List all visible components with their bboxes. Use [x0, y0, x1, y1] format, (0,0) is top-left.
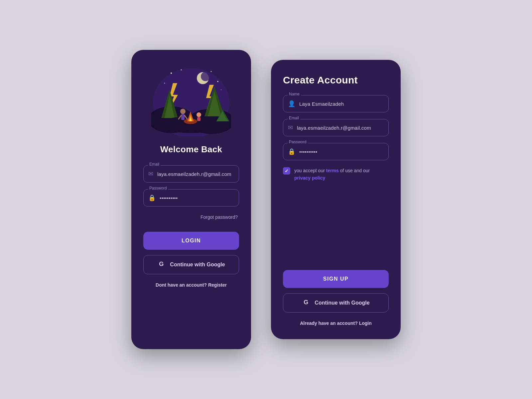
login-card: Welcome Back Email ✉ Password 🔒 Forgot p… — [131, 50, 251, 349]
signup-google-button-label: Continue with Google — [315, 300, 369, 306]
terms-checkbox[interactable] — [283, 167, 290, 175]
email-input-wrapper: ✉ — [143, 165, 239, 183]
password-input[interactable] — [160, 195, 234, 201]
svg-point-26 — [197, 112, 201, 117]
person-icon: 👤 — [288, 100, 295, 107]
svg-point-22 — [180, 109, 186, 114]
signup-google-icon: G — [302, 299, 310, 307]
password-label: Password — [148, 186, 168, 191]
signup-title: Create Account — [283, 74, 358, 86]
login-button[interactable]: LOGIN — [143, 232, 239, 250]
terms-link[interactable]: terms — [326, 168, 339, 173]
svg-rect-27 — [197, 117, 200, 121]
forgot-password-link[interactable]: Forgot password? — [200, 214, 238, 220]
lock-icon: 🔒 — [148, 194, 156, 201]
register-prompt: Dont have an account? Register — [156, 282, 227, 288]
svg-point-4 — [181, 69, 182, 70]
name-input[interactable] — [299, 101, 384, 107]
signup-email-label: Email — [288, 116, 300, 120]
name-group: Name 👤 — [283, 95, 389, 112]
privacy-link[interactable]: privacy policy — [294, 175, 325, 181]
signup-lock-icon: 🔒 — [288, 148, 295, 155]
signup-google-button[interactable]: G Continue with Google — [283, 293, 389, 313]
svg-point-5 — [211, 71, 212, 72]
google-icon: G — [157, 261, 165, 269]
signup-button[interactable]: SIGN UP — [283, 270, 389, 288]
password-input-wrapper: 🔒 — [143, 189, 239, 206]
signup-email-icon: ✉ — [288, 124, 293, 131]
signup-email-input-wrapper: ✉ — [283, 119, 389, 136]
svg-point-8 — [221, 89, 221, 90]
signup-email-group: Email ✉ — [283, 119, 389, 136]
name-label: Name — [288, 92, 301, 96]
email-group: Email ✉ — [143, 165, 239, 183]
svg-rect-23 — [181, 114, 185, 120]
signup-password-input[interactable] — [299, 149, 384, 155]
login-link[interactable]: Login — [359, 321, 372, 326]
illustration — [151, 63, 231, 136]
signup-card: Create Account Name 👤 Email ✉ Password 🔒… — [271, 60, 401, 339]
google-button-label: Continue with Google — [170, 262, 225, 268]
svg-point-6 — [217, 81, 218, 82]
login-title: Welcome Back — [160, 144, 222, 155]
login-prompt: Already have an account? Login — [283, 321, 389, 326]
signup-password-input-wrapper: 🔒 — [283, 143, 389, 160]
svg-point-7 — [164, 83, 165, 84]
svg-point-2 — [201, 72, 210, 81]
password-group: Password 🔒 — [143, 189, 239, 206]
register-link[interactable]: Register — [208, 282, 227, 288]
terms-text: you accept our terms of use and our priv… — [294, 167, 370, 182]
signup-email-input[interactable] — [297, 125, 384, 131]
signup-password-label: Password — [288, 140, 308, 144]
signup-password-group: Password 🔒 — [283, 143, 389, 160]
terms-row: you accept our terms of use and our priv… — [283, 167, 389, 182]
continue-google-button[interactable]: G Continue with Google — [143, 255, 239, 274]
email-icon: ✉ — [148, 170, 153, 178]
email-label: Email — [148, 162, 161, 167]
email-input[interactable] — [157, 171, 234, 177]
svg-point-3 — [171, 72, 172, 74]
name-input-wrapper: 👤 — [283, 95, 389, 112]
